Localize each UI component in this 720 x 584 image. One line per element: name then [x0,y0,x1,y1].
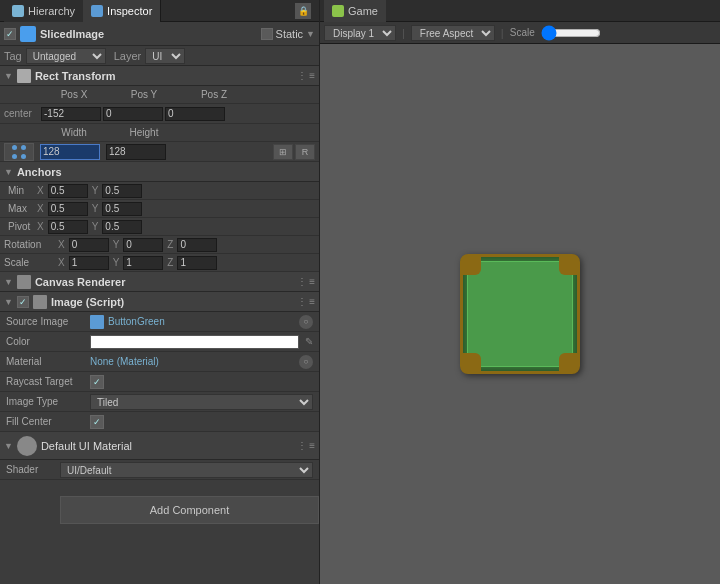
inspector-tab-label: Inspector [107,5,152,17]
button-green-inner [460,254,580,374]
scale-z-input[interactable] [177,256,217,270]
image-script-header[interactable]: ▼ ✓ Image (Script) ⋮ ≡ [0,292,319,312]
r-button[interactable]: R [295,144,315,160]
default-material-header[interactable]: ▼ Default UI Material ⋮ ≡ [0,432,319,460]
inspector-controls: 🔒 [295,3,315,19]
color-row: Color ✎ [0,332,319,352]
is-more[interactable]: ≡ [309,296,315,307]
game-controls: Display 1 | Free Aspect | Scale [320,22,720,44]
shader-label: Shader [6,464,56,475]
color-swatch[interactable] [90,335,299,349]
dm-settings[interactable]: ⋮ [297,440,307,451]
pos-z-input[interactable] [165,107,225,121]
layer-label: Layer [114,50,142,62]
add-component-button[interactable]: Add Component [60,496,319,524]
raycast-checkbox[interactable]: ✓ [90,375,104,389]
wh-labels-row: Width Height [0,124,319,142]
dm-more[interactable]: ≡ [309,440,315,451]
anchor-max-y-input[interactable] [102,202,142,216]
source-image-name: ButtonGreen [108,316,165,327]
rt-more[interactable]: ≡ [309,70,315,81]
sprite-icon [90,315,104,329]
cr-controls: ⋮ ≡ [297,276,315,287]
tab-game[interactable]: Game [324,0,386,22]
dm-controls: ⋮ ≡ [297,440,315,451]
default-material-title: Default UI Material [41,440,132,452]
slicedimage-checkbox[interactable]: ✓ [4,28,16,40]
pos-y-label: Pos Y [109,89,179,100]
cr-more[interactable]: ≡ [309,276,315,287]
scale-x-input[interactable] [69,256,109,270]
scale-row: Scale X Y Z [0,254,319,272]
mat-icon [17,436,37,456]
rt-controls: ⋮ ≡ [297,70,315,81]
height-input[interactable] [106,144,166,160]
aspect-dropdown[interactable]: Free Aspect [411,25,495,41]
cr-settings[interactable]: ⋮ [297,276,307,287]
material-row: Material None (Material) ○ [0,352,319,372]
height-label: Height [109,127,179,138]
source-image-row: Source Image ButtonGreen ○ [0,312,319,332]
button-green-preview [460,254,580,374]
source-image-picker[interactable]: ○ [299,315,313,329]
scale-y-input[interactable] [123,256,163,270]
corner-tl [461,255,481,275]
pos-y-input[interactable] [103,107,163,121]
static-dropdown-arrow[interactable]: ▼ [306,29,315,39]
anchor-max-label: Max [8,203,33,214]
tab-hierarchy[interactable]: Hierarchy [4,0,83,22]
pivot-x-label: X [37,221,44,232]
add-component-container: Add Component [0,480,319,540]
pos-x-input[interactable] [41,107,101,121]
static-checkbox[interactable] [261,28,273,40]
rotation-x-input[interactable] [69,238,109,252]
tab-inspector[interactable]: Inspector [83,0,161,22]
shader-dropdown[interactable]: UI/Default [60,462,313,478]
canvas-renderer-title: Canvas Renderer [35,276,126,288]
layer-dropdown[interactable]: UI [145,48,185,64]
scale-label: Scale [4,257,54,268]
anchor-min-y-input[interactable] [102,184,142,198]
wh-buttons: ⊞ R [273,144,315,160]
width-label: Width [39,127,109,138]
canvas-renderer-header[interactable]: ▼ Canvas Renderer ⋮ ≡ [0,272,319,292]
cr-arrow: ▼ [4,277,13,287]
rotation-y-input[interactable] [123,238,163,252]
corner-br [559,353,579,373]
image-script-checkbox[interactable]: ✓ [17,296,29,308]
rotation-z-input[interactable] [177,238,217,252]
pivot-y-input[interactable] [102,220,142,234]
anchors-arrow: ▼ [4,167,13,177]
material-picker[interactable]: ○ [299,355,313,369]
game-tab-label: Game [348,5,378,17]
is-settings[interactable]: ⋮ [297,296,307,307]
rt-settings[interactable]: ⋮ [297,70,307,81]
image-type-dropdown[interactable]: Tiled [90,394,313,410]
tag-dropdown[interactable]: Untagged [26,48,106,64]
anchor-widget-btn[interactable] [4,143,34,161]
width-input[interactable] [40,144,100,160]
anchors-header[interactable]: ▼ Anchors [0,162,319,182]
anchor-max-row: Max X Y [0,200,319,218]
color-edit-icon[interactable]: ✎ [305,336,313,347]
component-name: SlicedImage [40,28,104,40]
anchor-max-x-input[interactable] [48,202,88,216]
display-dropdown[interactable]: Display 1 [324,25,396,41]
game-viewport [320,44,720,584]
anchor-min-y-label: Y [92,185,99,196]
scroll-content[interactable]: ▼ Rect Transform ⋮ ≡ Pos X Pos Y Pos Z c… [0,66,319,584]
lock-button[interactable]: 🔒 [295,3,311,19]
pivot-y-label: Y [92,221,99,232]
shader-row: Shader UI/Default [0,460,319,480]
is-controls: ⋮ ≡ [297,296,315,307]
constrain-proportions-button[interactable]: ⊞ [273,144,293,160]
pivot-x-input[interactable] [48,220,88,234]
fill-center-row: Fill Center ✓ [0,412,319,432]
raycast-row: Raycast Target ✓ [0,372,319,392]
pivot-row: Pivot X Y [0,218,319,236]
fill-center-checkbox[interactable]: ✓ [90,415,104,429]
scale-slider[interactable] [541,27,601,39]
rect-transform-header[interactable]: ▼ Rect Transform ⋮ ≡ [0,66,319,86]
anchor-min-x-input[interactable] [48,184,88,198]
anchors-title: Anchors [17,166,62,178]
